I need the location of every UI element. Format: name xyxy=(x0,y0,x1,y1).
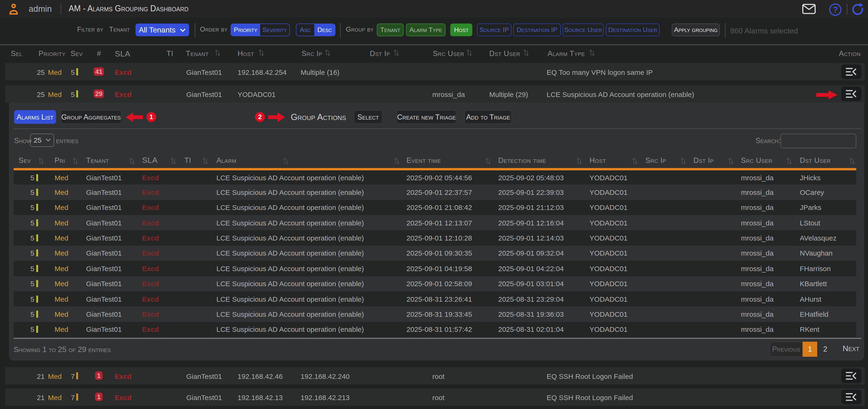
svg-text:?: ? xyxy=(833,5,838,14)
